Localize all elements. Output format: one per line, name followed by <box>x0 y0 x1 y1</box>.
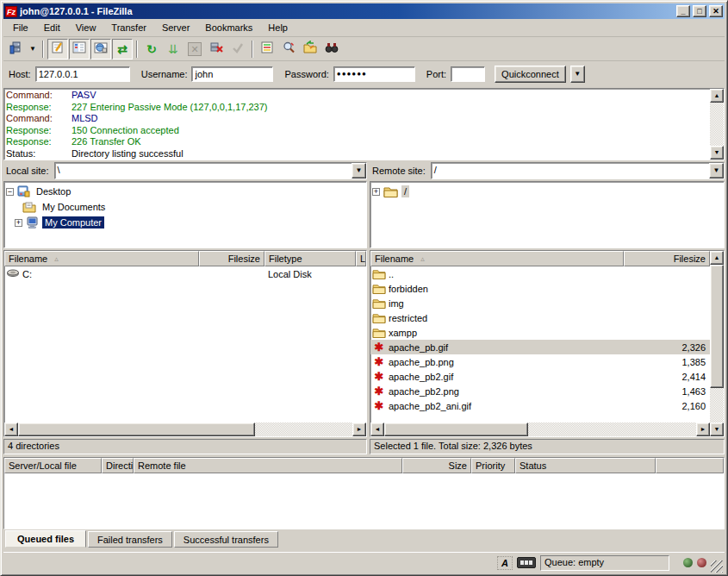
column-header-filetype[interactable]: Filetype <box>264 251 356 266</box>
expand-icon[interactable]: + <box>15 219 22 227</box>
process-queue-icon: ⇊ <box>168 43 178 55</box>
username-input[interactable] <box>191 66 273 82</box>
cancel-operation-button[interactable]: ✕ <box>184 39 205 59</box>
collapse-icon[interactable]: − <box>6 188 14 196</box>
maximize-button[interactable]: □ <box>693 5 706 17</box>
minimize-button[interactable]: _ <box>676 5 690 17</box>
column-header-filename[interactable]: Filename ▵ <box>370 251 624 266</box>
tree-label-selected[interactable]: / <box>401 185 409 197</box>
find-files-icon <box>303 41 317 58</box>
tree-label-selected[interactable]: My Computer <box>42 216 104 229</box>
column-header-local-file[interactable]: Server/Local file <box>4 458 102 473</box>
toggle-remote-tree-button[interactable] <box>90 39 111 59</box>
scroll-down-icon[interactable]: ▼ <box>710 146 724 160</box>
remote-row[interactable]: .. <box>370 266 710 281</box>
menu-server[interactable]: Server <box>154 21 197 34</box>
toggle-message-log-button[interactable] <box>47 39 68 59</box>
tree-label[interactable]: Desktop <box>34 185 73 197</box>
remote-row[interactable]: img <box>370 296 710 310</box>
port-input[interactable] <box>451 66 485 82</box>
local-site-combobox[interactable]: \ ▼ <box>54 162 367 179</box>
image-file-icon: ✱ <box>372 400 386 411</box>
scroll-right-icon[interactable]: ► <box>352 423 366 436</box>
column-header-filename[interactable]: Filename ▵ <box>4 251 199 266</box>
local-row-c-drive[interactable]: C: Local Disk <box>4 266 366 281</box>
tree-item-desktop[interactable]: − Desktop <box>6 184 364 199</box>
scrollbar-thumb[interactable] <box>384 423 528 436</box>
menu-bookmarks[interactable]: Bookmarks <box>197 21 260 34</box>
password-input[interactable] <box>333 66 415 82</box>
column-header-direction[interactable]: Directi... <box>102 458 134 473</box>
column-header-size[interactable]: Size <box>402 458 471 473</box>
transfer-queue-icon: ⇄ <box>117 43 128 55</box>
scroll-left-icon[interactable]: ◄ <box>370 423 384 436</box>
speedlimit-icon[interactable] <box>517 557 536 568</box>
scroll-right-icon[interactable]: ► <box>696 423 710 436</box>
scrollbar-thumb[interactable] <box>710 265 724 388</box>
quickconnect-button[interactable]: Quickconnect <box>495 66 566 83</box>
tree-item-root[interactable]: + / <box>372 184 722 199</box>
tab-queued-files[interactable]: Queued files <box>5 530 86 548</box>
directory-comparison-button[interactable] <box>257 39 277 59</box>
tab-failed-transfers[interactable]: Failed transfers <box>88 531 172 548</box>
tree-item-my-computer[interactable]: + My Computer <box>15 215 364 230</box>
column-header-status[interactable]: Status <box>515 458 656 473</box>
toggle-local-tree-button[interactable] <box>69 39 90 59</box>
menu-edit[interactable]: Edit <box>36 21 68 34</box>
titlebar[interactable]: Fz john@127.0.0.1 - FileZilla _ □ ✕ <box>3 3 725 19</box>
quickconnect-dropdown[interactable]: ▼ <box>570 66 585 83</box>
scrollbar-thumb[interactable] <box>18 423 255 436</box>
scroll-up-icon[interactable]: ▲ <box>710 251 724 265</box>
chevron-down-icon: ▼ <box>574 70 581 78</box>
find-files-button[interactable] <box>300 39 320 59</box>
folder-icon <box>372 284 386 294</box>
tree-item-my-documents[interactable]: My Documents <box>22 199 364 215</box>
remote-site-value[interactable]: / <box>432 163 709 178</box>
tree-label[interactable]: My Documents <box>40 201 108 213</box>
column-header-filesize[interactable]: Filesize <box>199 251 264 266</box>
column-header-priority[interactable]: Priority <box>471 458 515 473</box>
menu-help[interactable]: Help <box>260 21 296 34</box>
scroll-left-icon[interactable]: ◄ <box>4 423 18 436</box>
remote-vscrollbar[interactable]: ▲ ▼ <box>710 251 724 436</box>
toggle-transfer-queue-button[interactable]: ⇄ <box>112 39 133 59</box>
local-hscrollbar[interactable]: ◄ ► <box>4 423 366 436</box>
reconnect-button[interactable] <box>227 39 248 59</box>
site-manager-dropdown[interactable]: ▼ <box>27 39 39 59</box>
remote-row[interactable]: ✱apache_pb2.gif 2,414 <box>370 369 710 384</box>
synchronized-browsing-button[interactable] <box>278 39 299 59</box>
remote-row[interactable]: forbidden <box>370 281 710 296</box>
site-manager-button[interactable] <box>5 39 26 59</box>
menu-transfer[interactable]: Transfer <box>103 21 154 34</box>
remote-row[interactable]: xampp <box>370 325 710 340</box>
search-button[interactable] <box>321 39 342 59</box>
column-header-remote-file[interactable]: Remote file <box>134 458 402 473</box>
remote-row-selected[interactable]: ✱apache_pb.gif 2,326 <box>370 340 710 354</box>
disconnect-button[interactable] <box>206 39 227 59</box>
host-input[interactable] <box>35 66 130 82</box>
remote-hscrollbar[interactable]: ◄ ► <box>370 423 710 436</box>
local-site-value[interactable]: \ <box>55 163 352 178</box>
refresh-button[interactable]: ↻ <box>141 39 162 59</box>
remote-site-combobox[interactable]: / ▼ <box>431 162 725 179</box>
remote-row[interactable]: restricted <box>370 310 710 325</box>
close-button[interactable]: ✕ <box>709 5 723 17</box>
datatype-ascii-icon[interactable]: A <box>497 556 513 570</box>
chevron-down-icon[interactable]: ▼ <box>709 163 724 178</box>
scroll-down-icon[interactable]: ▼ <box>710 423 724 436</box>
column-header-last-modified[interactable]: L <box>356 251 366 266</box>
tab-successful-transfers[interactable]: Successful transfers <box>174 531 278 548</box>
menu-file[interactable]: File <box>5 21 36 34</box>
chevron-down-icon[interactable]: ▼ <box>352 163 366 178</box>
resize-grip[interactable] <box>711 560 723 573</box>
remote-row[interactable]: ✱apache_pb.png 1,385 <box>370 354 710 369</box>
log-scrollbar[interactable]: ▲ ▼ <box>710 89 724 160</box>
menu-view[interactable]: View <box>68 21 104 34</box>
column-header-filesize[interactable]: Filesize <box>624 251 710 266</box>
scroll-up-icon[interactable]: ▲ <box>710 89 724 103</box>
queue-tabs: Queued files Failed transfers Successful… <box>3 531 725 550</box>
remote-row[interactable]: ✱apache_pb2.png 1,463 <box>370 384 710 398</box>
expand-icon[interactable]: + <box>372 188 380 196</box>
remote-row[interactable]: ✱apache_pb2_ani.gif 2,160 <box>370 398 710 413</box>
process-queue-button[interactable]: ⇊ <box>163 39 184 59</box>
